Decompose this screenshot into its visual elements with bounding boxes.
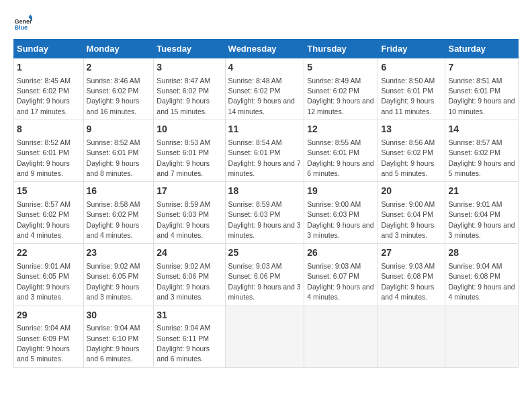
header-row: SundayMondayTuesdayWednesdayThursdayFrid… — [14, 40, 519, 58]
day-number: 7 — [448, 61, 515, 75]
day-number: 9 — [87, 123, 151, 136]
day-info: Sunrise: 9:04 AMSunset: 6:09 PMDaylight:… — [17, 324, 71, 363]
day-number: 10 — [157, 123, 222, 136]
day-info: Sunrise: 8:45 AMSunset: 6:02 PMDaylight:… — [17, 77, 71, 116]
day-info: Sunrise: 8:57 AMSunset: 6:02 PMDaylight:… — [448, 138, 515, 177]
day-cell: 25Sunrise: 9:03 AMSunset: 6:06 PMDayligh… — [225, 244, 304, 306]
day-cell: 31Sunrise: 9:04 AMSunset: 6:11 PMDayligh… — [154, 306, 225, 367]
day-cell: 10Sunrise: 8:53 AMSunset: 6:01 PMDayligh… — [154, 120, 225, 182]
svg-marker-2 — [28, 14, 32, 17]
day-info: Sunrise: 8:55 AMSunset: 6:01 PMDaylight:… — [307, 138, 373, 177]
day-number: 13 — [381, 123, 442, 136]
day-info: Sunrise: 9:02 AMSunset: 6:05 PMDaylight:… — [87, 262, 140, 301]
day-info: Sunrise: 9:03 AMSunset: 6:08 PMDaylight:… — [381, 262, 435, 301]
day-number: 19 — [307, 185, 375, 198]
day-cell: 23Sunrise: 9:02 AMSunset: 6:05 PMDayligh… — [83, 244, 154, 306]
day-info: Sunrise: 8:54 AMSunset: 6:01 PMDaylight:… — [228, 138, 301, 177]
day-number: 21 — [448, 185, 515, 198]
day-number: 29 — [17, 309, 81, 322]
day-info: Sunrise: 9:01 AMSunset: 6:05 PMDaylight:… — [17, 262, 71, 301]
day-cell: 17Sunrise: 8:59 AMSunset: 6:03 PMDayligh… — [154, 182, 225, 244]
day-cell: 9Sunrise: 8:52 AMSunset: 6:01 PMDaylight… — [83, 120, 154, 182]
day-info: Sunrise: 9:03 AMSunset: 6:07 PMDaylight:… — [307, 262, 373, 301]
day-cell — [304, 306, 378, 367]
day-cell — [378, 306, 445, 367]
day-number: 18 — [228, 185, 302, 198]
day-cell: 22Sunrise: 9:01 AMSunset: 6:05 PMDayligh… — [14, 244, 84, 306]
day-info: Sunrise: 8:52 AMSunset: 6:01 PMDaylight:… — [17, 138, 71, 177]
day-cell: 12Sunrise: 8:55 AMSunset: 6:01 PMDayligh… — [304, 120, 378, 182]
week-row-2: 8Sunrise: 8:52 AMSunset: 6:01 PMDaylight… — [14, 120, 519, 182]
day-cell: 18Sunrise: 8:59 AMSunset: 6:03 PMDayligh… — [225, 182, 304, 244]
day-info: Sunrise: 9:01 AMSunset: 6:04 PMDaylight:… — [448, 200, 515, 239]
day-info: Sunrise: 8:51 AMSunset: 6:01 PMDaylight:… — [448, 77, 515, 116]
day-info: Sunrise: 8:52 AMSunset: 6:01 PMDaylight:… — [87, 138, 140, 177]
day-info: Sunrise: 8:58 AMSunset: 6:02 PMDaylight:… — [87, 200, 140, 239]
week-row-4: 22Sunrise: 9:01 AMSunset: 6:05 PMDayligh… — [14, 244, 519, 306]
day-info: Sunrise: 8:53 AMSunset: 6:01 PMDaylight:… — [157, 138, 210, 177]
day-number: 14 — [448, 123, 515, 136]
day-info: Sunrise: 9:04 AMSunset: 6:10 PMDaylight:… — [87, 324, 140, 363]
week-row-1: 1Sunrise: 8:45 AMSunset: 6:02 PMDaylight… — [14, 58, 519, 120]
day-number: 22 — [17, 246, 81, 260]
day-number: 26 — [307, 246, 375, 260]
day-number: 5 — [307, 61, 375, 75]
day-number: 23 — [87, 246, 151, 260]
day-info: Sunrise: 8:47 AMSunset: 6:02 PMDaylight:… — [157, 77, 210, 116]
day-info: Sunrise: 8:50 AMSunset: 6:01 PMDaylight:… — [381, 77, 435, 116]
logo-icon: General Blue — [13, 13, 32, 32]
day-info: Sunrise: 8:48 AMSunset: 6:02 PMDaylight:… — [228, 77, 295, 116]
header-cell-tuesday: Tuesday — [154, 40, 225, 58]
day-cell: 8Sunrise: 8:52 AMSunset: 6:01 PMDaylight… — [14, 120, 84, 182]
day-cell: 5Sunrise: 8:49 AMSunset: 6:02 PMDaylight… — [304, 58, 378, 120]
day-cell: 4Sunrise: 8:48 AMSunset: 6:02 PMDaylight… — [225, 58, 304, 120]
day-number: 17 — [157, 185, 222, 198]
page-header: General Blue — [13, 13, 519, 32]
header-cell-friday: Friday — [378, 40, 445, 58]
day-number: 31 — [157, 309, 222, 322]
day-cell: 1Sunrise: 8:45 AMSunset: 6:02 PMDaylight… — [14, 58, 84, 120]
day-number: 20 — [381, 185, 442, 198]
day-info: Sunrise: 9:00 AMSunset: 6:04 PMDaylight:… — [381, 200, 435, 239]
week-row-3: 15Sunrise: 8:57 AMSunset: 6:02 PMDayligh… — [14, 182, 519, 244]
logo: General Blue — [13, 13, 32, 32]
day-number: 8 — [17, 123, 81, 136]
day-number: 2 — [87, 61, 151, 75]
day-cell: 16Sunrise: 8:58 AMSunset: 6:02 PMDayligh… — [83, 182, 154, 244]
day-info: Sunrise: 9:04 AMSunset: 6:11 PMDaylight:… — [157, 324, 210, 363]
calendar-table: SundayMondayTuesdayWednesdayThursdayFrid… — [13, 39, 519, 368]
day-cell: 6Sunrise: 8:50 AMSunset: 6:01 PMDaylight… — [378, 58, 445, 120]
day-cell: 19Sunrise: 9:00 AMSunset: 6:03 PMDayligh… — [304, 182, 378, 244]
day-cell: 3Sunrise: 8:47 AMSunset: 6:02 PMDaylight… — [154, 58, 225, 120]
day-info: Sunrise: 9:02 AMSunset: 6:06 PMDaylight:… — [157, 262, 210, 301]
day-cell: 29Sunrise: 9:04 AMSunset: 6:09 PMDayligh… — [14, 306, 84, 367]
day-info: Sunrise: 9:00 AMSunset: 6:03 PMDaylight:… — [307, 200, 373, 239]
day-number: 25 — [228, 246, 302, 260]
calendar-body: 1Sunrise: 8:45 AMSunset: 6:02 PMDaylight… — [14, 58, 519, 368]
svg-text:Blue: Blue — [14, 24, 28, 31]
day-cell — [445, 306, 519, 367]
day-number: 6 — [381, 61, 442, 75]
day-info: Sunrise: 8:57 AMSunset: 6:02 PMDaylight:… — [17, 200, 71, 239]
day-number: 12 — [307, 123, 375, 136]
day-cell: 26Sunrise: 9:03 AMSunset: 6:07 PMDayligh… — [304, 244, 378, 306]
day-number: 27 — [381, 246, 442, 260]
day-info: Sunrise: 8:46 AMSunset: 6:02 PMDaylight:… — [87, 77, 140, 116]
week-row-5: 29Sunrise: 9:04 AMSunset: 6:09 PMDayligh… — [14, 306, 519, 367]
day-info: Sunrise: 9:03 AMSunset: 6:06 PMDaylight:… — [228, 262, 301, 301]
day-number: 24 — [157, 246, 222, 260]
day-info: Sunrise: 8:59 AMSunset: 6:03 PMDaylight:… — [157, 200, 210, 239]
header-cell-thursday: Thursday — [304, 40, 378, 58]
day-number: 4 — [228, 61, 302, 75]
day-info: Sunrise: 9:04 AMSunset: 6:08 PMDaylight:… — [448, 262, 515, 301]
day-info: Sunrise: 8:56 AMSunset: 6:02 PMDaylight:… — [381, 138, 435, 177]
day-cell — [225, 306, 304, 367]
day-number: 1 — [17, 61, 81, 75]
header-cell-sunday: Sunday — [14, 40, 84, 58]
day-cell: 13Sunrise: 8:56 AMSunset: 6:02 PMDayligh… — [378, 120, 445, 182]
day-number: 11 — [228, 123, 302, 136]
header-cell-wednesday: Wednesday — [225, 40, 304, 58]
day-number: 15 — [17, 185, 81, 198]
day-number: 28 — [448, 246, 515, 260]
day-cell: 20Sunrise: 9:00 AMSunset: 6:04 PMDayligh… — [378, 182, 445, 244]
